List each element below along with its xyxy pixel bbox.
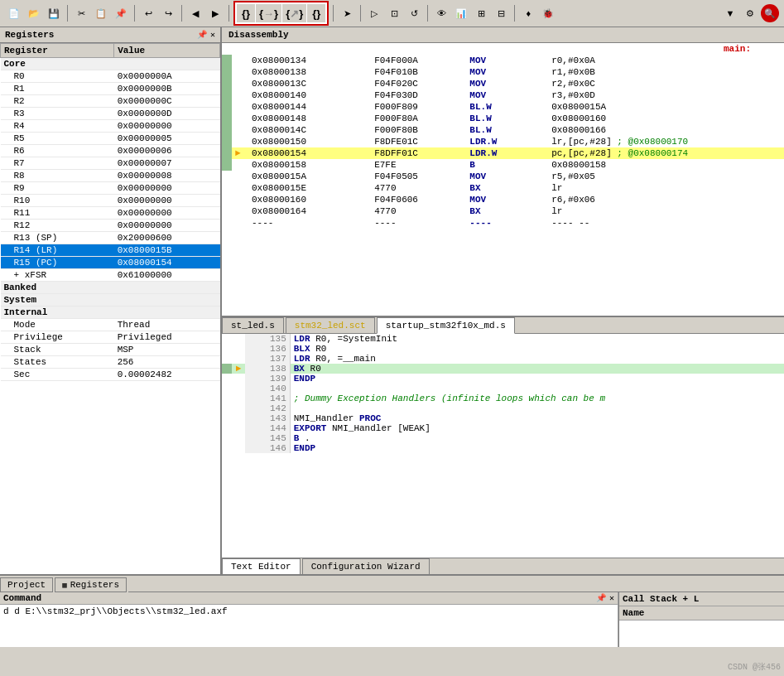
line-number: 138	[245, 364, 290, 374]
forward-button[interactable]: ▶	[206, 4, 224, 22]
disasm-empty	[232, 124, 248, 136]
copy-button[interactable]: 📋	[92, 4, 110, 22]
disasm-empty	[232, 89, 248, 101]
brace-btn1[interactable]: {}	[237, 4, 255, 22]
reg-value: 0x00000008	[114, 170, 220, 182]
tab-registers[interactable]: ▦ Registers	[55, 577, 127, 592]
open-button[interactable]: 📂	[25, 4, 43, 22]
reg-value: 256	[114, 356, 220, 369]
disasm-mnem: MOV	[466, 78, 548, 89]
editor-bottom-tab[interactable]: Text Editor	[222, 558, 301, 574]
editor-tab[interactable]: st_led.s	[222, 317, 284, 333]
step-button[interactable]: ⊡	[385, 4, 403, 22]
cut-button[interactable]: ✂	[72, 4, 90, 22]
line-no-arrow	[232, 433, 245, 443]
undo-button[interactable]: ↩	[139, 4, 157, 22]
reg-value: 0x08000154	[114, 257, 220, 269]
save-button[interactable]: 💾	[45, 4, 63, 22]
disasm-gutter	[222, 55, 232, 66]
table-row: R80x00000008	[1, 170, 220, 182]
watermark: CSDN @张456	[728, 661, 781, 673]
new-button[interactable]: 📄	[5, 4, 23, 22]
disasm-mnem: B	[466, 159, 548, 171]
table-row: StackMSP	[1, 344, 220, 356]
dropdown-button[interactable]: ▼	[721, 4, 739, 22]
disassembly-panel: Disassembly main: 0x08000134 F04F000A MO…	[222, 27, 784, 317]
command-section: Command 📌 ✕ d d E:\\stm32_prj\\Objects\\…	[0, 592, 618, 647]
ext-button[interactable]: ⊟	[492, 4, 510, 22]
reg-name: R0	[1, 70, 114, 83]
code-table: 135 LDR R0, =SystemInit 136 BLX R0 137 L…	[222, 334, 784, 453]
editor-content[interactable]: 135 LDR R0, =SystemInit 136 BLX R0 137 L…	[222, 334, 784, 558]
disasm-mnem: MOV	[466, 55, 548, 66]
brace-btn2[interactable]: {→}	[256, 4, 281, 22]
disasm-hex: F000F80A	[371, 113, 466, 124]
config-button[interactable]: ⚙	[741, 4, 759, 22]
disasm-mnem: MOV	[466, 89, 548, 101]
disasm-mnem: LDR.W	[466, 147, 548, 159]
line-gutter	[222, 374, 232, 384]
redo-button[interactable]: ↪	[159, 4, 177, 22]
mem-button[interactable]: 📊	[452, 4, 470, 22]
disasm-mnem: MOV	[466, 194, 548, 205]
sep1	[67, 5, 68, 22]
brace-btn4[interactable]: {}	[307, 4, 325, 22]
tab-project[interactable]: Project	[0, 577, 53, 592]
command-value: d E:\\stm32_prj\\Objects\\stm32_led.axf	[14, 606, 227, 616]
table-row: ---- ---- ---- ---- --	[222, 217, 784, 229]
symbol-button[interactable]: ♦	[519, 4, 537, 22]
registers-scroll[interactable]: Register Value CoreR00x0000000AR10x00000…	[0, 43, 220, 574]
line-gutter	[222, 423, 232, 433]
reset-button[interactable]: ↺	[405, 4, 423, 22]
toolbar-area: 📄 📂 💾 ✂ 📋 📌 ↩ ↪ ◀ ▶ {} {→} {↗} {} ➤ ▷ ⊡ …	[0, 0, 784, 27]
reg-name: Stack	[1, 344, 114, 356]
pin-icon[interactable]: 📌	[197, 30, 207, 40]
watch-button[interactable]: 👁	[432, 4, 450, 22]
disasm-hex: E7FE	[371, 159, 466, 171]
brace-btn3[interactable]: {↗}	[282, 4, 306, 22]
reg-value: 0x00000006	[114, 145, 220, 157]
reg-name: Privilege	[1, 331, 114, 344]
line-no-arrow	[232, 423, 245, 433]
disasm-hex: ----	[371, 217, 466, 229]
zoom-button[interactable]: 🔍	[761, 4, 779, 22]
sep3	[181, 5, 182, 22]
command-pin-icon[interactable]: 📌	[596, 593, 606, 603]
line-no-arrow	[232, 354, 245, 364]
disasm-ops: 0x0800015A	[548, 101, 784, 113]
disassembly-content[interactable]: main: 0x08000134 F04F000A MOV r0,#0x0A 0…	[222, 43, 784, 316]
disassembly-title: Disassembly	[228, 30, 289, 40]
reg-value: 0x0000000B	[114, 83, 220, 95]
reg-name: R5	[1, 133, 114, 145]
paste-button[interactable]: 📌	[112, 4, 130, 22]
reg-group-label: Internal	[1, 307, 220, 319]
reg-value: MSP	[114, 344, 220, 356]
disasm-hex: F8DFE01C	[371, 136, 466, 147]
run-button[interactable]: ▷	[365, 4, 383, 22]
debug-button[interactable]: 🐞	[539, 4, 557, 22]
arrow-button[interactable]: ➤	[338, 4, 356, 22]
reg-value: 0x20000600	[114, 232, 220, 244]
back-button[interactable]: ◀	[186, 4, 204, 22]
logic-button[interactable]: ⊞	[472, 4, 490, 22]
disasm-ops: 0x08000166	[548, 124, 784, 136]
disasm-empty	[232, 66, 248, 78]
reg-group-label: System	[1, 294, 220, 307]
close-icon[interactable]: ✕	[210, 30, 215, 40]
disasm-addr: 0x0800015A	[248, 171, 371, 182]
disasm-ops: 0x08000158	[548, 159, 784, 171]
line-gutter	[222, 354, 232, 364]
table-row: System	[1, 294, 220, 307]
reg-group-label: Core	[1, 58, 220, 70]
editor-bottom-tab[interactable]: Configuration Wizard	[302, 558, 430, 574]
disasm-mnem: BX	[466, 205, 548, 217]
reg-value: Thread	[114, 319, 220, 331]
disasm-empty	[232, 205, 248, 217]
command-close-icon[interactable]: ✕	[609, 593, 614, 603]
editor-tab[interactable]: stm32_led.sct	[286, 317, 375, 333]
callstack-content[interactable]	[619, 620, 784, 647]
command-content[interactable]: d d E:\\stm32_prj\\Objects\\stm32_led.ax…	[0, 605, 618, 647]
reg-name: Sec	[1, 369, 114, 381]
disasm-mnem: BX	[466, 182, 548, 194]
editor-tab[interactable]: startup_stm32f10x_md.s	[377, 317, 515, 334]
